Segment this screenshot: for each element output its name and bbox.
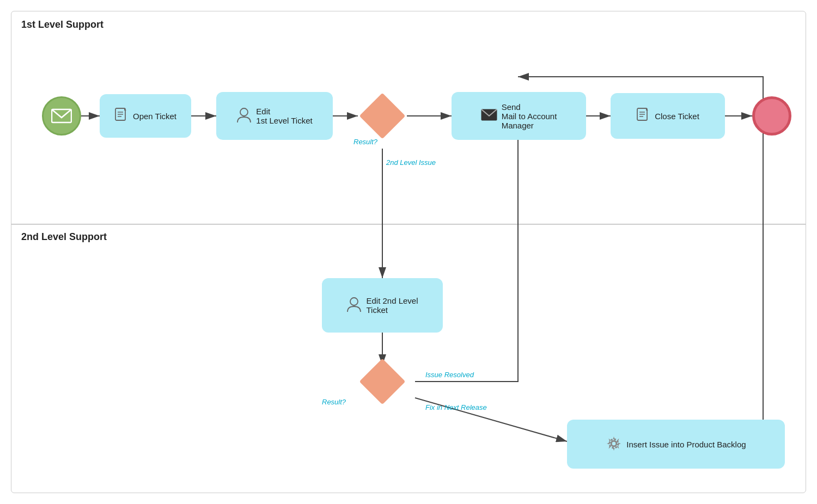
end-event — [752, 96, 791, 136]
send-mail-box: SendMail to AccountManager — [452, 92, 586, 140]
gateway2-label: Result? — [322, 398, 346, 406]
gear-icon — [606, 435, 622, 453]
user-icon-1st — [236, 107, 252, 125]
open-ticket-label: Open Ticket — [133, 112, 176, 121]
flow-label-next-release: Fix in Next Release — [425, 403, 487, 411]
envelope-icon — [51, 108, 72, 124]
flow-label-2nd-level: 2nd Level Issue — [386, 158, 436, 167]
svg-point-22 — [350, 298, 358, 305]
user-icon-2nd — [346, 297, 362, 315]
lane2-label: 2nd Level Support — [21, 231, 107, 243]
close-doc-icon — [636, 108, 650, 125]
open-ticket-doc-icon — [114, 108, 129, 125]
edit-2nd-label: Edit 2nd LevelTicket — [366, 296, 418, 315]
gateway1-label: Result? — [353, 138, 377, 146]
close-ticket-box: Close Ticket — [611, 93, 725, 139]
edit-1st-ticket-box: Edit1st Level Ticket — [216, 92, 333, 140]
svg-point-26 — [612, 441, 617, 446]
lane-divider — [11, 224, 806, 225]
send-mail-label: SendMail to AccountManager — [502, 102, 557, 130]
gateway1 — [359, 93, 406, 139]
edit-2nd-ticket-box: Edit 2nd LevelTicket — [322, 278, 443, 333]
start-event — [42, 96, 81, 136]
gateway2 — [359, 359, 406, 405]
close-ticket-label: Close Ticket — [655, 112, 699, 121]
diagram-container: 1st Level Support 2nd Level Support — [11, 11, 806, 493]
lane1-label: 1st Level Support — [21, 19, 103, 30]
mail-icon — [481, 109, 497, 124]
svg-point-16 — [240, 108, 248, 116]
edit-1st-label: Edit1st Level Ticket — [256, 107, 312, 125]
open-ticket-box: Open Ticket — [100, 94, 191, 138]
flow-label-issue-resolved: Issue Resolved — [425, 371, 474, 379]
insert-backlog-box: Insert Issue into Product Backlog — [567, 420, 785, 469]
insert-backlog-label: Insert Issue into Product Backlog — [626, 440, 746, 449]
